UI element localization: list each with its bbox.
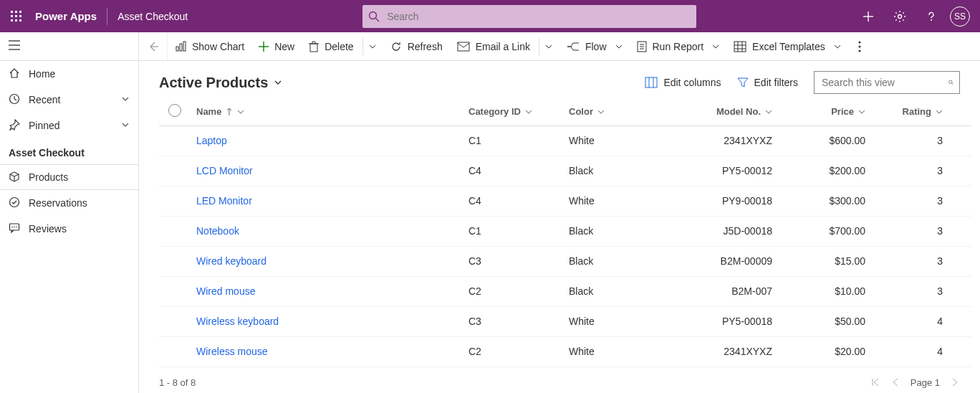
pin-icon [9,119,20,133]
cell-rating: 4 [885,306,971,336]
cell-color: Black [563,276,649,306]
back-button[interactable] [139,32,168,61]
row-select[interactable] [159,336,191,366]
table-row[interactable]: Wireless keyboardC3WhitePY5-00018$50.004 [159,306,971,336]
email-link-button[interactable]: Email a Link [450,32,537,61]
svg-rect-48 [645,77,657,87]
cell-category: C4 [463,186,563,216]
col-color-header[interactable]: Color [563,98,649,126]
record-link[interactable]: Wired mouse [196,285,255,297]
show-chart-button[interactable]: Show Chart [168,32,251,61]
svg-rect-7 [15,19,17,22]
columns-icon [645,77,658,88]
cell-model: 2341XYXZ [649,126,792,156]
col-category-header[interactable]: Category ID [463,98,563,126]
edit-filters-button[interactable]: Edit filters [737,77,798,88]
svg-rect-27 [183,42,186,51]
table-row[interactable]: LED MonitorC4WhitePY9-00018$300.003 [159,186,971,216]
cell-model: PY9-00018 [649,186,792,216]
chevron-down-icon [237,108,244,115]
user-avatar[interactable]: SS [950,6,970,27]
refresh-icon [390,41,402,52]
edit-columns-button[interactable]: Edit columns [645,77,721,88]
table-row[interactable]: NotebookC1BlackJ5D-00018$700.003 [159,216,971,246]
col-name-header[interactable]: Name [191,98,463,126]
prev-page-icon[interactable] [890,377,900,387]
view-search[interactable] [814,71,960,94]
settings-button[interactable] [884,0,916,32]
view-search-input[interactable] [820,76,948,89]
svg-point-14 [931,19,932,21]
svg-point-19 [10,197,19,207]
view-selector[interactable]: Active Products [159,75,282,91]
svg-rect-25 [176,47,178,51]
sidebar-item-pinned[interactable]: Pinned [0,113,138,138]
email-split[interactable] [541,32,559,61]
record-link[interactable]: Wireless keyboard [196,316,279,327]
svg-rect-8 [19,19,21,22]
run-report-button[interactable]: Run Report [630,32,727,61]
col-rating-header[interactable]: Rating [885,98,971,126]
flow-button[interactable]: Flow [559,32,630,61]
first-page-icon[interactable] [870,377,880,387]
row-select[interactable] [159,156,191,186]
sidebar-item-reservations[interactable]: Reservations [0,190,138,216]
app-launcher-icon[interactable] [0,0,32,32]
table-row[interactable]: LCD MonitorC4BlackPY5-00012$200.003 [159,156,971,186]
record-link[interactable]: Laptop [196,135,227,146]
chevron-down-icon [765,108,772,115]
svg-rect-6 [11,19,13,22]
excel-icon [734,41,746,52]
sidebar-toggle[interactable] [9,40,20,52]
col-name-label: Name [196,106,221,117]
record-link[interactable]: Notebook [196,225,239,237]
excel-templates-button[interactable]: Excel Templates [726,32,848,61]
clock-icon [9,93,20,107]
cell-name: Wired keyboard [191,246,463,276]
more-commands[interactable] [851,32,868,61]
next-page-icon[interactable] [950,377,960,387]
chevron-down-icon [525,108,532,115]
row-select[interactable] [159,246,191,276]
cell-category: C3 [463,246,563,276]
row-select[interactable] [159,126,191,156]
cell-color: White [563,336,649,366]
record-link[interactable]: LCD Monitor [196,165,253,176]
cell-model: B2M-00009 [649,246,792,276]
search-icon [948,77,953,88]
add-button[interactable] [852,0,884,32]
table-row[interactable]: Wired mouseC2BlackB2M-007$10.003 [159,276,971,306]
table-row[interactable]: Wired keyboardC3BlackB2M-00009$15.003 [159,246,971,276]
view-title: Active Products [159,75,268,91]
chevron-down-icon [936,108,943,115]
refresh-button[interactable]: Refresh [383,32,450,61]
sidebar-item-recent[interactable]: Recent [0,87,138,113]
row-select[interactable] [159,276,191,306]
sidebar-item-reviews[interactable]: Reviews [0,216,138,242]
delete-split[interactable] [365,32,383,61]
chevron-down-icon [545,43,552,50]
global-search[interactable] [362,5,696,28]
cell-name: Laptop [191,126,463,156]
col-price-header[interactable]: Price [792,98,885,126]
row-select[interactable] [159,216,191,246]
cell-category: C1 [463,126,563,156]
table-row[interactable]: LaptopC1White2341XYXZ$600.003 [159,126,971,156]
main-area: Show Chart New Delete Refresh Email a Li… [139,32,980,393]
sidebar-item-home[interactable]: Home [0,61,138,87]
select-all[interactable] [159,98,191,126]
cell-price: $15.00 [792,246,885,276]
table-row[interactable]: Wireless mouseC2White2341XYXZ$20.004 [159,336,971,366]
delete-button[interactable]: Delete [302,32,360,61]
col-model-header[interactable]: Model No. [649,98,792,126]
row-select[interactable] [159,186,191,216]
record-link[interactable]: LED Monitor [196,195,252,207]
global-search-input[interactable] [385,10,691,23]
new-button[interactable]: New [251,32,302,61]
row-select[interactable] [159,306,191,336]
help-button[interactable] [916,0,947,32]
record-link[interactable]: Wired keyboard [196,255,266,267]
sidebar-item-products[interactable]: Products [0,164,138,190]
record-link[interactable]: Wireless mouse [196,346,268,357]
search-icon [368,11,380,22]
